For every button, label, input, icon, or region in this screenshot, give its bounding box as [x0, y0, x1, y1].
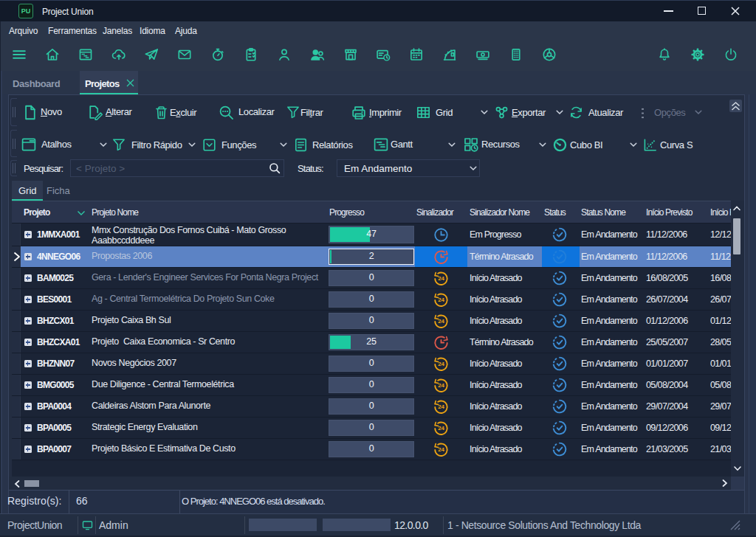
- svg-text:24: 24: [438, 425, 444, 432]
- svg-text:24: 24: [438, 275, 444, 282]
- svg-text:24: 24: [438, 361, 444, 367]
- svg-text:24: 24: [438, 382, 444, 389]
- svg-text:24: 24: [438, 297, 444, 303]
- svg-text:24: 24: [438, 403, 444, 410]
- svg-text:24: 24: [438, 446, 444, 453]
- svg-text:24: 24: [438, 318, 444, 325]
